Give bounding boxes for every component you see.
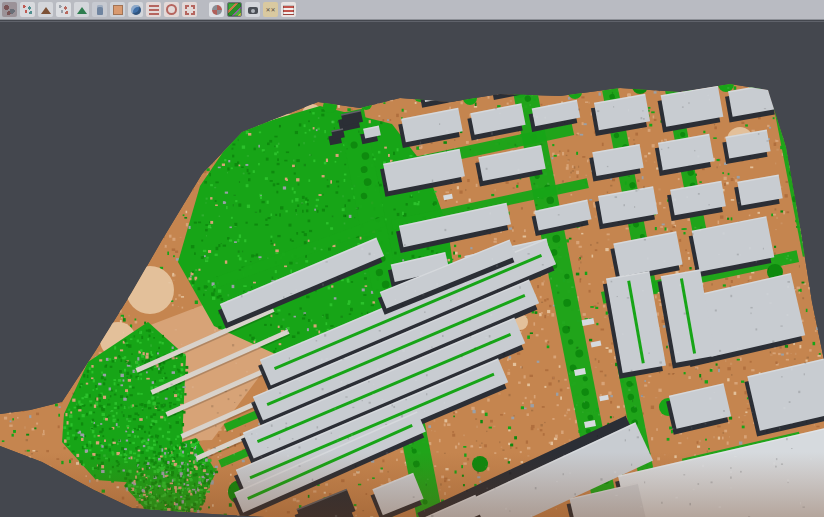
point-cloud-scene[interactable] [0,22,824,517]
viewport-3d[interactable] [0,22,824,517]
colored-points-icon[interactable] [20,2,35,17]
terrain-brown-icon[interactable] [38,2,53,17]
toolbar [0,0,824,20]
terrain-green-icon[interactable] [74,2,89,17]
sparse-points-icon[interactable] [56,2,71,17]
toolbar-separator [200,2,206,17]
target-ring-icon[interactable] [164,2,179,17]
rock-texture-icon[interactable] [2,2,17,17]
striped-measure-icon[interactable] [281,2,296,17]
column-view-icon[interactable] [92,2,107,17]
extent-corners-icon[interactable] [182,2,197,17]
camera-icon[interactable] [245,2,260,17]
ortho-image-icon[interactable] [110,2,125,17]
globe-3d-icon[interactable] [128,2,143,17]
clip-pie-icon[interactable] [209,2,224,17]
application-window: { "window": { "background": "#44474e" },… [0,0,824,517]
profile-lines-icon[interactable] [146,2,161,17]
map-marks-icon[interactable] [263,2,278,17]
classification-colors-icon[interactable] [227,2,242,17]
